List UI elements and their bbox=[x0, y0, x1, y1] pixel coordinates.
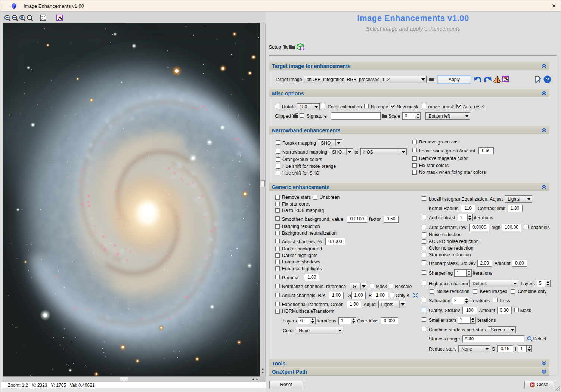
svg-text:?: ? bbox=[546, 77, 549, 83]
